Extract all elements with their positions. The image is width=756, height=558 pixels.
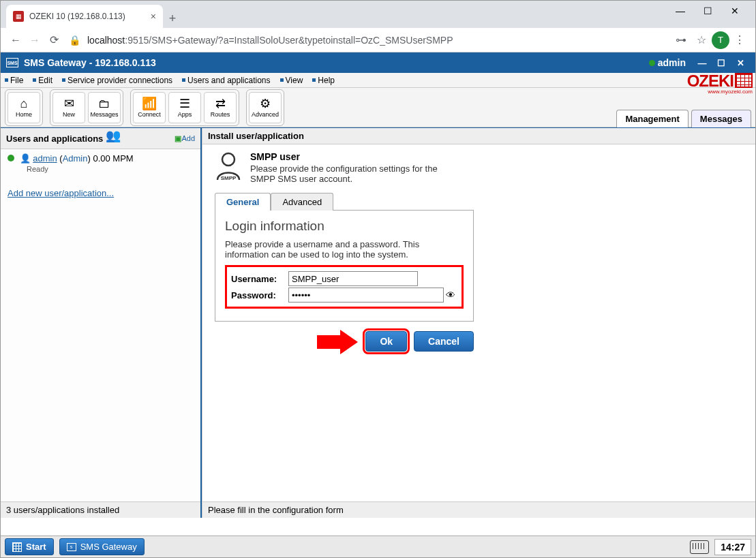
start-button[interactable]: Start bbox=[5, 538, 54, 555]
user-rate: 0.00 MPM bbox=[93, 153, 133, 164]
browser-chrome: — ☐ ✕ ▦ OZEKI 10 (192.168.0.113) × + ← →… bbox=[1, 1, 755, 52]
arrow2-icon bbox=[317, 330, 358, 354]
routes-icon: ⇄ bbox=[215, 97, 226, 110]
menu-help[interactable]: Help bbox=[312, 76, 335, 85]
user-icon: 👤 bbox=[20, 153, 31, 164]
new-tab-button[interactable]: + bbox=[163, 9, 182, 28]
tab-close-icon[interactable]: × bbox=[151, 11, 156, 22]
app-minimize-button[interactable]: — bbox=[693, 55, 712, 70]
left-panel-footer: 3 users/applications installed bbox=[1, 501, 200, 518]
folder-icon: 🗀 bbox=[98, 97, 110, 110]
browser-tab[interactable]: ▦ OZEKI 10 (192.168.0.113) × bbox=[6, 5, 163, 28]
url-host: localhost bbox=[87, 35, 125, 46]
menu-edit[interactable]: Edit bbox=[33, 76, 52, 85]
tool-apps-button[interactable]: ☰Apps bbox=[168, 92, 201, 123]
login-info-box: Login information Please provide a usern… bbox=[215, 211, 474, 322]
smpp-header: SMPP SMPP user Please provide the config… bbox=[215, 151, 743, 184]
right-panel-header: Install user/application bbox=[202, 128, 755, 144]
side-tab-management[interactable]: Management bbox=[616, 110, 688, 127]
svg-point-0 bbox=[222, 153, 235, 166]
tool-home-button[interactable]: ⌂Home bbox=[7, 92, 40, 123]
tab-advanced[interactable]: Advanced bbox=[271, 193, 333, 211]
browser-tab-strip: ▦ OZEKI 10 (192.168.0.113) × + bbox=[1, 3, 755, 28]
username-input[interactable] bbox=[288, 271, 418, 286]
add-new-row: Add new user/application... bbox=[1, 184, 200, 202]
menu-bar: File Edit Service provider connections U… bbox=[1, 73, 755, 88]
app-user-status[interactable]: admin bbox=[649, 57, 686, 68]
right-panel-title: Install user/application bbox=[208, 131, 304, 141]
app-maximize-button[interactable]: ☐ bbox=[712, 55, 731, 70]
nav-forward-button[interactable]: → bbox=[25, 31, 44, 50]
app-close-button[interactable]: ✕ bbox=[731, 55, 750, 70]
menu-spc[interactable]: Service provider connections bbox=[62, 76, 172, 85]
right-panel-footer: Please fill in the configuration form bbox=[202, 501, 755, 518]
key-icon[interactable]: ⊶ bbox=[671, 30, 691, 50]
tool-connect-button[interactable]: 📶Connect bbox=[133, 92, 166, 123]
smpp-title: SMPP user bbox=[250, 151, 462, 162]
online-dot-icon bbox=[7, 155, 14, 161]
tool-routes-button[interactable]: ⇄Routes bbox=[204, 92, 237, 123]
right-panel: Install user/application SMPP SMPP user … bbox=[202, 128, 755, 518]
keyboard-icon[interactable] bbox=[690, 540, 709, 554]
cancel-button[interactable]: Cancel bbox=[414, 331, 474, 352]
home-icon: ⌂ bbox=[20, 97, 28, 110]
side-tabs: Management Messages bbox=[614, 110, 751, 127]
url-field[interactable]: 🔒 localhost:9515/SMS+Gateway/?a=InstallS… bbox=[63, 35, 671, 46]
bookmark-star-icon[interactable]: ☆ bbox=[691, 30, 712, 50]
browser-menu-icon[interactable]: ⋮ bbox=[729, 30, 750, 50]
button-row: Ok Cancel bbox=[215, 331, 474, 352]
menu-view[interactable]: View bbox=[280, 76, 303, 85]
user-row[interactable]: 👤 admin (Admin) 0.00 MPM Ready bbox=[1, 149, 200, 177]
side-tab-messages[interactable]: Messages bbox=[691, 110, 751, 127]
envelope-icon: ✉ bbox=[64, 97, 74, 110]
browser-address-bar: ← → ⟳ 🔒 localhost:9515/SMS+Gateway/?a=In… bbox=[1, 28, 755, 52]
add-link[interactable]: ▣Add bbox=[175, 134, 195, 143]
profile-avatar[interactable]: T bbox=[712, 31, 729, 49]
nav-reload-button[interactable]: ⟳ bbox=[44, 31, 63, 50]
user-name-link[interactable]: admin bbox=[33, 153, 57, 164]
credentials-highlight-box: Username: Password: 👁 bbox=[225, 265, 464, 309]
tab-title: OZEKI 10 (192.168.0.113) bbox=[29, 12, 125, 21]
form-tabs: General Advanced bbox=[215, 192, 474, 211]
user-status-text: Ready bbox=[27, 165, 194, 173]
sms-mini-icon: S bbox=[67, 543, 76, 551]
database-icon: ☰ bbox=[179, 97, 190, 110]
url-path: :9515/SMS+Gateway/?a=InstallSoloUser&typ… bbox=[125, 35, 453, 46]
toolbar: ⌂Home ✉New 🗀Messages 📶Connect ☰Apps ⇄Rou… bbox=[1, 88, 755, 127]
left-panel-title: Users and applications bbox=[6, 134, 103, 144]
app-title: SMS Gateway - 192.168.0.113 bbox=[24, 57, 156, 68]
clock[interactable]: 14:27 bbox=[714, 539, 751, 555]
status-dot-icon bbox=[649, 60, 655, 66]
taskbar: Start SSMS Gateway 14:27 bbox=[1, 536, 755, 557]
menu-users-apps[interactable]: Users and applications bbox=[182, 76, 270, 85]
menu-file[interactable]: File bbox=[5, 76, 23, 85]
antenna-icon: 📶 bbox=[142, 97, 157, 110]
gear-icon: ⚙ bbox=[260, 97, 271, 110]
lock-icon: 🔒 bbox=[69, 35, 80, 46]
install-body: SMPP SMPP user Please provide the config… bbox=[202, 144, 755, 501]
people-icon bbox=[106, 131, 122, 146]
logo-grid-icon bbox=[735, 73, 753, 88]
password-label: Password: bbox=[231, 290, 288, 300]
eye-icon[interactable]: 👁 bbox=[444, 290, 457, 300]
tab-general[interactable]: General bbox=[215, 193, 271, 211]
ok-button[interactable]: Ok bbox=[365, 331, 407, 352]
nav-back-button[interactable]: ← bbox=[6, 31, 25, 50]
login-info-desc: Please provide a username and a password… bbox=[225, 239, 464, 260]
tool-new-button[interactable]: ✉New bbox=[52, 92, 85, 123]
password-input[interactable] bbox=[288, 288, 444, 303]
app-title-bar: SMS SMS Gateway - 192.168.0.113 admin — … bbox=[1, 52, 755, 73]
favicon-icon: ▦ bbox=[13, 11, 24, 22]
tool-advanced-button[interactable]: ⚙Advanced bbox=[249, 92, 282, 123]
start-grid-icon bbox=[12, 542, 22, 552]
smpp-user-icon: SMPP bbox=[215, 151, 242, 181]
tool-messages-button[interactable]: 🗀Messages bbox=[88, 92, 121, 123]
smpp-desc: Please provide the configuration setting… bbox=[250, 164, 462, 184]
svg-text:SMPP: SMPP bbox=[221, 175, 237, 181]
sms-gateway-icon: SMS bbox=[6, 58, 18, 67]
user-role: Admin bbox=[63, 153, 88, 164]
ozeki-logo[interactable]: OZEKI www.myozeki.com bbox=[687, 73, 753, 95]
add-new-link[interactable]: Add new user/application... bbox=[7, 188, 114, 198]
taskbar-app-sms-gateway[interactable]: SSMS Gateway bbox=[59, 538, 145, 555]
login-info-title: Login information bbox=[225, 219, 464, 234]
